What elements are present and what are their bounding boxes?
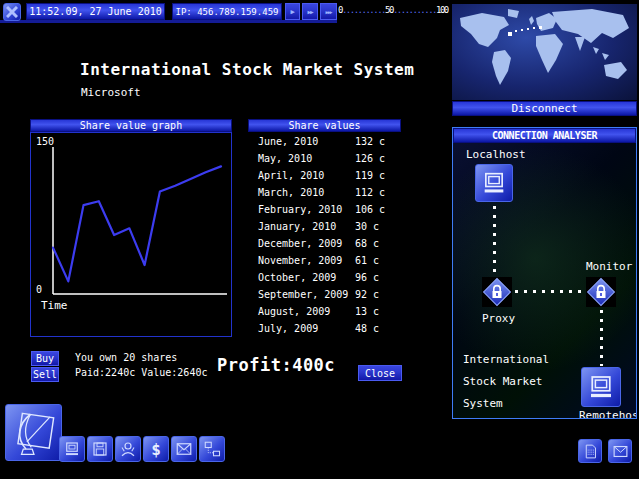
- share-value-row: July, 200948 c: [248, 321, 408, 338]
- finance-button[interactable]: $: [143, 436, 169, 462]
- shares-owned-text: You own 20 shares: [75, 352, 177, 363]
- ip-text: IP: 456.789.159.459: [176, 7, 279, 17]
- share-value-month: October, 2009: [258, 272, 336, 283]
- share-values-header-label: Share values: [288, 120, 360, 131]
- paid-value-text: Paid:2240c Value:2640c: [75, 367, 207, 378]
- close-label: Close: [365, 368, 395, 379]
- hardware-button[interactable]: [59, 436, 85, 462]
- share-value-amount: 96 c: [355, 272, 379, 283]
- news-button[interactable]: [578, 439, 602, 463]
- share-value-month: November, 2009: [258, 255, 342, 266]
- proxy-lock-icon: [482, 277, 512, 307]
- world-map[interactable]: [452, 4, 637, 100]
- computer-icon: [586, 372, 616, 402]
- share-value-row: November, 200961 c: [248, 253, 408, 270]
- email-icon: [175, 440, 193, 458]
- share-graph-panel: 150 0 Time: [30, 132, 232, 337]
- graph-header-label: Share value graph: [80, 120, 182, 131]
- share-value-row: September, 200992 c: [248, 287, 408, 304]
- share-value-row: March, 2010112 c: [248, 185, 408, 202]
- proxy-label: Proxy: [482, 312, 515, 325]
- share-value-month: February, 2010: [258, 204, 342, 215]
- monitor-node: [586, 277, 616, 307]
- analyser-header: CONNECTION ANALYSER: [453, 128, 636, 143]
- share-value-month: June, 2010: [258, 136, 318, 147]
- computer-icon: [63, 440, 81, 458]
- network-icon: [203, 440, 221, 458]
- share-value-month: July, 2009: [258, 323, 318, 334]
- share-value-month: August, 2009: [258, 306, 330, 317]
- speed-fast-button[interactable]: ▶▶: [302, 3, 318, 20]
- sell-label: Sell: [33, 369, 57, 380]
- document-icon: [582, 443, 599, 460]
- share-value-month: January, 2010: [258, 221, 336, 232]
- company-name: Microsoft: [81, 86, 141, 99]
- share-graph-line: [53, 166, 221, 281]
- analyser-header-label: CONNECTION ANALYSER: [492, 130, 597, 141]
- memory-button[interactable]: [87, 436, 113, 462]
- satellite-dish-icon: [9, 408, 59, 458]
- share-value-amount: 48 c: [355, 323, 379, 334]
- speed-normal-button[interactable]: ▶: [285, 3, 300, 20]
- disconnect-label: Disconnect: [511, 102, 577, 115]
- sell-button[interactable]: Sell: [31, 367, 59, 382]
- share-value-amount: 92 c: [355, 289, 379, 300]
- remotehost-label: Remotehost: [579, 409, 637, 419]
- share-value-amount: 132 c: [355, 136, 385, 147]
- share-value-month: December, 2009: [258, 238, 342, 249]
- target-name-line2: Stock Market: [463, 375, 542, 388]
- share-values-header: Share values: [248, 119, 401, 132]
- share-value-month: April, 2010: [258, 170, 324, 181]
- localhost-label: Localhost: [466, 148, 526, 161]
- speed-fastest-button[interactable]: ▶▶▶: [320, 3, 337, 20]
- cpu-usage-gauge: 0...........50...........100: [338, 5, 450, 19]
- world-map-continents: [452, 4, 637, 100]
- status-button[interactable]: [115, 436, 141, 462]
- share-value-row: May, 2010126 c: [248, 151, 408, 168]
- share-value-amount: 61 c: [355, 255, 379, 266]
- uplink-logo-button[interactable]: [5, 404, 62, 461]
- topbar-divider: [0, 20, 337, 23]
- buy-label: Buy: [36, 353, 54, 364]
- disconnect-button[interactable]: Disconnect: [452, 101, 637, 116]
- share-value-row: February, 2010106 c: [248, 202, 408, 219]
- share-value-amount: 126 c: [355, 153, 385, 164]
- link-monitor-remote: [600, 310, 603, 366]
- fast-forward-icon: ▶▶: [307, 8, 312, 15]
- send-email-button[interactable]: [171, 436, 197, 462]
- share-values-list: June, 2010132 cMay, 2010126 cApril, 2010…: [248, 134, 408, 344]
- gauge-dots-left: ...........: [342, 5, 385, 15]
- share-value-amount: 106 c: [355, 204, 385, 215]
- profit-text: Profit:400c: [217, 355, 335, 375]
- uplink-stock-market-screen: 11:52.09, 27 June 2010 IP: 456.789.159.4…: [0, 0, 639, 479]
- connection-route-dots: [508, 26, 542, 36]
- share-value-row: April, 2010119 c: [248, 168, 408, 185]
- target-name-line1: International: [463, 353, 549, 366]
- link-localhost-proxy: [493, 206, 496, 276]
- monitor-label: Monitor: [586, 260, 632, 273]
- gauge-hundred: 100: [436, 5, 448, 15]
- link-proxy-monitor: [515, 290, 585, 293]
- share-value-month: September, 2009: [258, 289, 348, 300]
- proxy-node: [482, 277, 512, 307]
- share-value-month: March, 2010: [258, 187, 324, 198]
- buy-button[interactable]: Buy: [31, 351, 59, 366]
- fast-forward-max-icon: ▶▶▶: [325, 9, 331, 15]
- close-button[interactable]: Close: [358, 365, 402, 381]
- remotehost-node: [581, 367, 621, 407]
- share-value-row: December, 200968 c: [248, 236, 408, 253]
- dollar-icon: $: [151, 440, 161, 459]
- share-value-row: October, 200996 c: [248, 270, 408, 287]
- share-value-amount: 112 c: [355, 187, 385, 198]
- share-value-row: August, 200913 c: [248, 304, 408, 321]
- monitor-lock-icon: [586, 277, 616, 307]
- lan-view-button[interactable]: [199, 436, 225, 462]
- share-value-amount: 30 c: [355, 221, 379, 232]
- close-window-button[interactable]: [3, 3, 21, 21]
- close-icon: [6, 6, 18, 18]
- localhost-node: [475, 164, 513, 202]
- gauge-fifty: 50: [385, 5, 393, 15]
- share-graph-svg: [31, 133, 231, 336]
- email-inbox-button[interactable]: [608, 439, 632, 463]
- share-value-row: June, 2010132 c: [248, 134, 408, 151]
